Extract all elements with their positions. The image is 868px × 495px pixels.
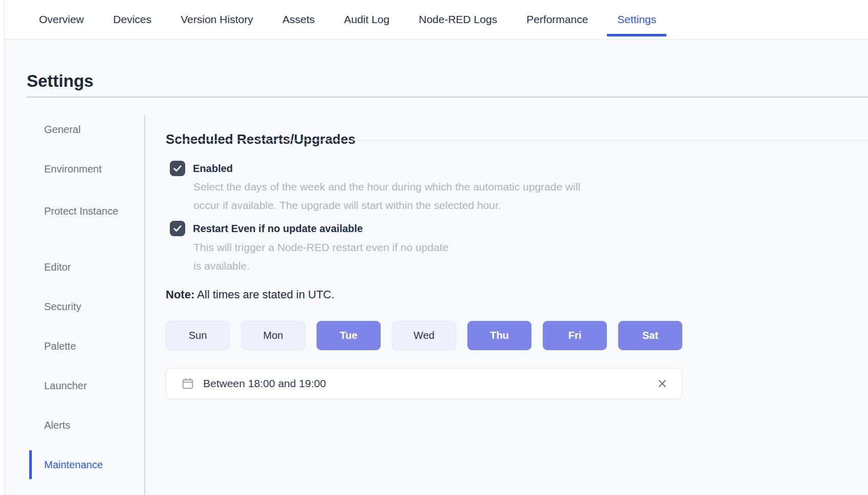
sidebar-item-label: Editor (44, 260, 71, 274)
tab-version-history[interactable]: Version History (170, 0, 263, 39)
sidebar-item-label: Protect Instance (44, 203, 119, 220)
window-left-edge (0, 0, 5, 495)
tab-label: Assets (282, 13, 314, 26)
sidebar-item-editor[interactable]: Editor (29, 253, 123, 281)
utc-note: Note: All times are stated in UTC. (166, 288, 334, 302)
day-button-sat[interactable]: Sat (618, 321, 682, 350)
sidebar-item-label: Security (44, 300, 81, 314)
day-label: Tue (340, 330, 357, 341)
settings-page: Settings General Environment Protect Ins… (5, 40, 868, 495)
sidebar-item-general[interactable]: General (29, 115, 123, 144)
tab-assets[interactable]: Assets (272, 0, 325, 39)
day-label: Thu (490, 330, 509, 341)
tab-devices[interactable]: Devices (103, 0, 162, 39)
title-divider (27, 97, 868, 98)
tab-label: Node-RED Logs (419, 13, 497, 26)
day-label: Sat (642, 330, 658, 341)
tab-label: Audit Log (344, 13, 389, 26)
check-icon (172, 163, 183, 174)
enabled-checkbox[interactable] (170, 161, 185, 176)
day-button-tue[interactable]: Tue (317, 321, 381, 350)
sidebar-item-environment[interactable]: Environment (29, 155, 123, 183)
sidebar-item-alerts[interactable]: Alerts (29, 411, 123, 440)
tab-label: Devices (113, 13, 152, 26)
time-window-value: Between 18:00 and 19:00 (203, 377, 656, 390)
time-window-select[interactable]: Between 18:00 and 19:00 (166, 368, 682, 399)
sidebar-item-palette[interactable]: Palette (29, 332, 123, 360)
day-label: Fri (568, 330, 582, 341)
sidebar-item-label: Alerts (44, 418, 70, 432)
sidebar-item-label: Environment (44, 162, 102, 176)
x-icon[interactable] (656, 377, 669, 390)
tab-label: Overview (39, 13, 84, 26)
tab-audit-log[interactable]: Audit Log (333, 0, 400, 39)
day-of-week-selector: Sun Mon Tue Wed Thu Fri Sat (166, 321, 682, 350)
sidebar-item-maintenance[interactable]: Maintenance (29, 450, 123, 479)
tab-performance[interactable]: Performance (516, 0, 598, 39)
sidebar-item-label: Palette (44, 339, 76, 353)
settings-sidebar: General Environment Protect Instance Edi… (29, 115, 123, 490)
tab-label: Settings (617, 13, 656, 26)
section-title: Scheduled Restarts/Upgrades (166, 131, 356, 147)
sidebar-item-label: Maintenance (44, 458, 103, 472)
tab-label: Version History (181, 13, 253, 26)
sidebar-divider (144, 115, 145, 495)
page-title: Settings (27, 71, 93, 91)
tab-settings[interactable]: Settings (607, 0, 666, 39)
note-text: All times are stated in UTC. (194, 288, 334, 301)
restart-checkbox[interactable] (170, 221, 185, 236)
enabled-checkbox-label[interactable]: Enabled (193, 163, 233, 175)
day-label: Sun (189, 330, 207, 341)
sidebar-item-security[interactable]: Security (29, 292, 123, 321)
day-button-wed[interactable]: Wed (392, 321, 456, 350)
enabled-description: Select the days of the week and the hour… (193, 178, 580, 215)
day-label: Wed (413, 330, 435, 341)
tab-node-red-logs[interactable]: Node-RED Logs (408, 0, 507, 39)
day-button-thu[interactable]: Thu (467, 321, 531, 350)
tab-overview[interactable]: Overview (29, 0, 94, 39)
restart-checkbox-row: Restart Even if no update available (170, 221, 363, 236)
sidebar-item-protect-instance[interactable]: Protect Instance (29, 194, 123, 228)
day-button-mon[interactable]: Mon (241, 321, 305, 350)
day-label: Mon (263, 330, 283, 341)
day-button-sun[interactable]: Sun (166, 321, 230, 350)
day-button-fri[interactable]: Fri (543, 321, 607, 350)
tab-label: Performance (526, 13, 588, 26)
note-label: Note: (166, 288, 194, 301)
check-icon (172, 223, 183, 234)
sidebar-item-label: Launcher (44, 379, 87, 393)
calendar-icon (181, 377, 194, 390)
restart-description: This will trigger a Node-RED restart eve… (193, 238, 448, 275)
instance-tab-bar: Overview Devices Version History Assets … (5, 0, 868, 40)
sidebar-item-label: General (44, 123, 81, 137)
enabled-checkbox-row: Enabled (170, 161, 233, 176)
section-divider (166, 140, 868, 141)
restart-checkbox-label[interactable]: Restart Even if no update available (193, 223, 363, 235)
sidebar-item-launcher[interactable]: Launcher (29, 371, 123, 400)
